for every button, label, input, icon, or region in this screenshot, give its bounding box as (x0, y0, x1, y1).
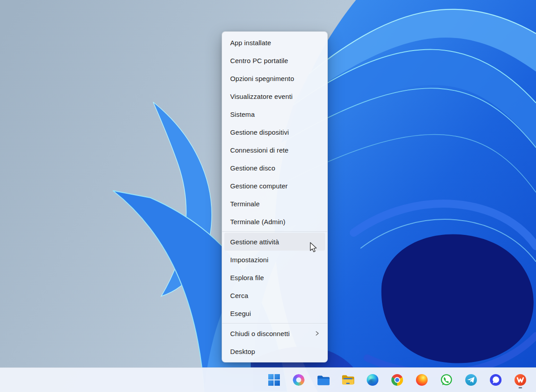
menu-item-label: Desktop (230, 348, 321, 355)
menu-separator (222, 231, 327, 232)
menu-item-label: Gestione computer (230, 182, 321, 190)
menu-item-label: Terminale (230, 200, 321, 208)
wps-office-button[interactable] (511, 371, 529, 389)
menu-item-label: Opzioni spegnimento (230, 75, 321, 82)
menu-item-visualizzatore-eventi[interactable]: Visualizzatore eventi (224, 87, 325, 105)
signal-button[interactable] (487, 371, 505, 389)
menu-item-label: Gestione attività (230, 238, 321, 246)
blue-folder-icon (317, 375, 330, 385)
chrome-button[interactable] (388, 371, 406, 389)
menu-item-gestione-attivita[interactable]: Gestione attività (224, 233, 325, 251)
menu-item-label: Esegui (230, 310, 321, 317)
signal-icon (489, 374, 502, 386)
edge-icon (367, 374, 378, 386)
wps-office-icon (514, 374, 527, 386)
chrome-icon (391, 374, 403, 386)
menu-item-gestione-disco[interactable]: Gestione disco (224, 159, 325, 177)
menu-separator (222, 323, 327, 324)
menu-item-terminale-admin[interactable]: Terminale (Admin) (224, 213, 325, 230)
menu-item-label: Impostazioni (230, 256, 321, 264)
edge-button[interactable] (364, 371, 382, 389)
winx-context-menu: App installate Centro PC portatile Opzio… (222, 31, 328, 362)
copilot-button[interactable] (290, 371, 308, 389)
menu-item-label: Gestione disco (230, 164, 321, 172)
menu-item-label: Connessioni di rete (230, 146, 321, 154)
menu-item-label: Esplora file (230, 274, 321, 281)
menu-item-label: Gestione dispositivi (230, 128, 321, 136)
menu-item-label: Visualizzatore eventi (230, 93, 321, 100)
menu-item-label: App installate (230, 39, 321, 47)
menu-item-centro-pc-portatile[interactable]: Centro PC portatile (224, 51, 325, 69)
taskbar (0, 367, 536, 392)
windows-logo-icon (268, 374, 280, 386)
menu-item-desktop[interactable]: Desktop (224, 342, 325, 360)
start-button[interactable] (265, 371, 283, 389)
menu-item-gestione-dispositivi[interactable]: Gestione dispositivi (224, 123, 325, 141)
menu-item-gestione-computer[interactable]: Gestione computer (224, 177, 325, 195)
running-app-indicator (519, 387, 522, 388)
menu-item-chiudi-o-disconnetti[interactable]: Chiudi o disconnetti (224, 324, 325, 342)
copilot-icon (292, 373, 306, 387)
firefox-button[interactable] (413, 371, 431, 389)
menu-item-impostazioni[interactable]: Impostazioni (224, 251, 325, 268)
menu-item-label: Sistema (230, 111, 321, 118)
menu-item-cerca[interactable]: Cerca (224, 286, 325, 304)
menu-item-app-installate[interactable]: App installate (224, 34, 325, 51)
menu-item-label: Chiudi o disconnetti (230, 330, 314, 337)
menu-item-label: Terminale (Admin) (230, 218, 321, 226)
whatsapp-icon (440, 374, 453, 386)
menu-item-label: Cerca (230, 292, 321, 299)
whatsapp-button[interactable] (437, 371, 455, 389)
chevron-right-icon (314, 331, 320, 336)
file-explorer-button[interactable] (339, 371, 357, 389)
firefox-icon (416, 374, 428, 386)
menu-item-esplora-file[interactable]: Esplora file (224, 268, 325, 286)
telegram-button[interactable] (462, 371, 480, 389)
menu-item-sistema[interactable]: Sistema (224, 105, 325, 123)
menu-item-label: Centro PC portatile (230, 57, 321, 64)
menu-item-terminale[interactable]: Terminale (224, 195, 325, 213)
menu-item-opzioni-spegnimento[interactable]: Opzioni spegnimento (224, 69, 325, 87)
taskbar-icon-strip (265, 371, 529, 389)
telegram-icon (465, 374, 477, 386)
file-explorer-icon (342, 375, 354, 385)
folder-button[interactable] (314, 371, 332, 389)
menu-item-connessioni-di-rete[interactable]: Connessioni di rete (224, 141, 325, 159)
menu-item-esegui[interactable]: Esegui (224, 304, 325, 322)
